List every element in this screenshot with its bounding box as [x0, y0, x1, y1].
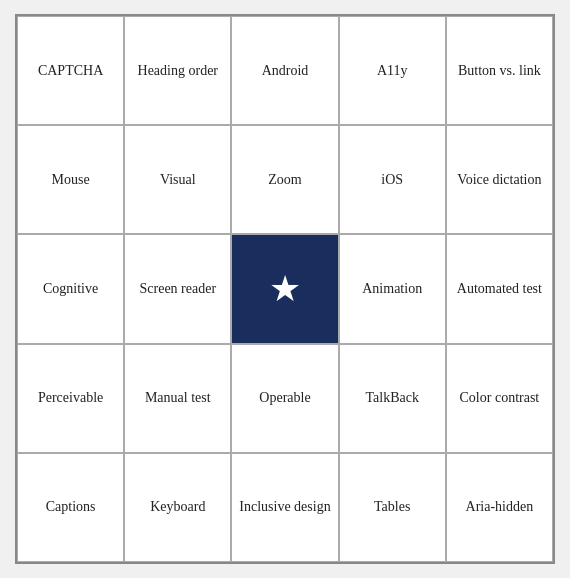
cell-label-r3c0: Perceivable: [38, 389, 103, 407]
cell-label-r4c1: Keyboard: [150, 498, 205, 516]
cell-label-r4c0: Captions: [46, 498, 96, 516]
cell-label-r4c4: Aria-hidden: [466, 498, 534, 516]
cell-label-r0c3: A11y: [377, 62, 408, 80]
cell-label-r3c3: TalkBack: [365, 389, 418, 407]
cell-label-r0c1: Heading order: [138, 62, 218, 80]
cell-r3c4[interactable]: Color contrast: [446, 344, 553, 453]
cell-r1c4[interactable]: Voice dictation: [446, 125, 553, 234]
cell-r0c4[interactable]: Button vs. link: [446, 16, 553, 125]
cell-r0c2[interactable]: Android: [231, 16, 338, 125]
cell-label-r1c1: Visual: [160, 171, 196, 189]
cell-label-r0c0: CAPTCHA: [38, 62, 103, 80]
cell-r2c1[interactable]: Screen reader: [124, 234, 231, 343]
cell-label-r3c2: Operable: [259, 389, 310, 407]
cell-label-r3c4: Color contrast: [460, 389, 540, 407]
cell-r1c0[interactable]: Mouse: [17, 125, 124, 234]
cell-r3c3[interactable]: TalkBack: [339, 344, 446, 453]
cell-label-r2c3: Animation: [362, 280, 422, 298]
cell-r4c1[interactable]: Keyboard: [124, 453, 231, 562]
cell-label-r1c0: Mouse: [52, 171, 90, 189]
cell-label-r1c4: Voice dictation: [457, 171, 541, 189]
cell-r4c0[interactable]: Captions: [17, 453, 124, 562]
cell-r0c3[interactable]: A11y: [339, 16, 446, 125]
cell-r4c3[interactable]: Tables: [339, 453, 446, 562]
cell-label-r4c2: Inclusive design: [239, 498, 330, 516]
cell-r2c0[interactable]: Cognitive: [17, 234, 124, 343]
cell-r4c4[interactable]: Aria-hidden: [446, 453, 553, 562]
cell-label-r2c4: Automated test: [457, 280, 542, 298]
bingo-card: CAPTCHAHeading orderAndroidA11yButton vs…: [15, 14, 555, 564]
cell-label-r2c1: Screen reader: [140, 280, 217, 298]
cell-r1c2[interactable]: Zoom: [231, 125, 338, 234]
cell-r0c1[interactable]: Heading order: [124, 16, 231, 125]
cell-r2c3[interactable]: Animation: [339, 234, 446, 343]
cell-r1c3[interactable]: iOS: [339, 125, 446, 234]
cell-r3c1[interactable]: Manual test: [124, 344, 231, 453]
cell-r1c1[interactable]: Visual: [124, 125, 231, 234]
cell-label-r0c2: Android: [262, 62, 309, 80]
cell-label-r4c3: Tables: [374, 498, 410, 516]
cell-label-r2c0: Cognitive: [43, 280, 98, 298]
cell-r3c2[interactable]: Operable: [231, 344, 338, 453]
cell-r2c2[interactable]: ★: [231, 234, 338, 343]
star-icon: ★: [269, 266, 301, 313]
cell-r4c2[interactable]: Inclusive design: [231, 453, 338, 562]
cell-label-r1c2: Zoom: [268, 171, 301, 189]
cell-label-r0c4: Button vs. link: [458, 62, 541, 80]
cell-r2c4[interactable]: Automated test: [446, 234, 553, 343]
cell-r0c0[interactable]: CAPTCHA: [17, 16, 124, 125]
cell-r3c0[interactable]: Perceivable: [17, 344, 124, 453]
cell-label-r1c3: iOS: [381, 171, 403, 189]
cell-label-r3c1: Manual test: [145, 389, 211, 407]
